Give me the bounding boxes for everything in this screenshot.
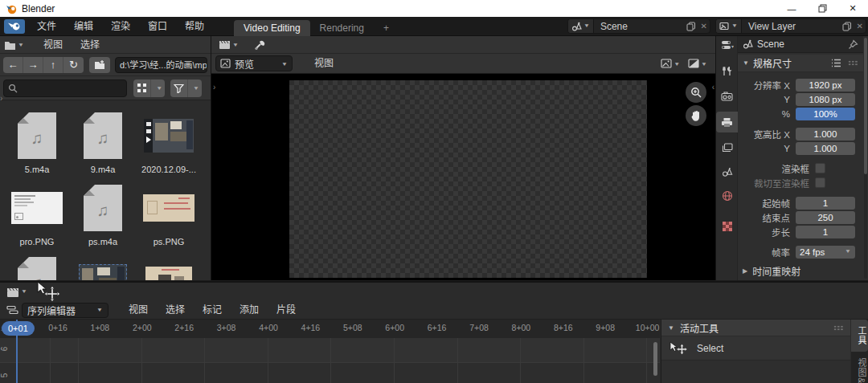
file-item[interactable] bbox=[136, 255, 202, 280]
pin-icon[interactable] bbox=[848, 39, 858, 50]
menu-文件[interactable]: 文件 bbox=[28, 17, 65, 36]
timeline[interactable]: 0+01 0+161+082+002+163+084+004+165+086+0… bbox=[0, 320, 660, 383]
tab-world[interactable] bbox=[716, 185, 738, 206]
format-panel-header[interactable]: ▼ 规格尺寸 bbox=[738, 55, 863, 72]
display-channels-button[interactable]: ▼ bbox=[657, 59, 684, 68]
pan-button[interactable] bbox=[686, 105, 706, 126]
path-field[interactable]: d:\学习\经...的动画\mp4\ bbox=[115, 57, 207, 73]
file-item-pro.PNG[interactable]: pro.PNG bbox=[4, 182, 70, 255]
file-item-9.m4a[interactable]: ♫9.m4a bbox=[70, 110, 136, 182]
menu-片段[interactable]: 片段 bbox=[268, 300, 305, 320]
properties-scrollbar[interactable] bbox=[864, 38, 867, 279]
scene-browse-segment[interactable]: ▼ bbox=[568, 19, 594, 33]
prop-value-field[interactable]: 1.000 bbox=[796, 128, 855, 141]
prop-value-field[interactable]: 1920 px bbox=[796, 79, 855, 92]
preview-display-mode[interactable]: 预览 ▼ bbox=[215, 55, 293, 71]
panel-drag-handle[interactable] bbox=[848, 60, 858, 66]
editor-type-button[interactable]: ▾ bbox=[716, 36, 738, 54]
new-folder-button[interactable] bbox=[89, 57, 110, 73]
scene-name[interactable]: Scene bbox=[594, 21, 684, 32]
channel-row-5[interactable] bbox=[0, 362, 660, 383]
prop-value-field[interactable]: 1 bbox=[796, 197, 855, 210]
collapsed-panel-时间重映射[interactable]: ▶时间重映射 bbox=[738, 263, 863, 278]
thumbnail-view-button[interactable] bbox=[133, 79, 151, 97]
menu-帮助[interactable]: 帮助 bbox=[176, 17, 213, 36]
presets-icon[interactable] bbox=[831, 59, 841, 67]
view-layer-browse-segment[interactable]: ▼ bbox=[716, 19, 742, 33]
new-scene-icon[interactable] bbox=[684, 22, 698, 31]
prop-dropdown[interactable]: 24 fps▼ bbox=[796, 246, 855, 259]
preview-viewport[interactable]: › ‹ bbox=[211, 75, 715, 280]
editor-type-button[interactable]: ▼ bbox=[6, 287, 31, 298]
prop-value-field[interactable]: 1080 px bbox=[796, 93, 855, 106]
tab-output[interactable] bbox=[716, 112, 738, 132]
active-tool-row[interactable]: Select bbox=[661, 336, 850, 361]
file-item[interactable]: ♫ bbox=[4, 255, 70, 280]
active-tool-header[interactable]: ▼ 活动工具 bbox=[661, 320, 850, 336]
file-item[interactable] bbox=[70, 255, 136, 280]
unlink-scene-icon[interactable]: ✕ bbox=[698, 22, 710, 31]
prop-checkbox[interactable] bbox=[815, 177, 825, 188]
workspace-tab-Rendering[interactable]: Rendering bbox=[310, 20, 374, 36]
panel-drag-handle[interactable] bbox=[833, 325, 844, 331]
tab-scene[interactable] bbox=[716, 161, 738, 182]
overlays-button[interactable]: ▼ bbox=[684, 59, 711, 68]
maximize-button[interactable] bbox=[807, 0, 837, 17]
menu-标记[interactable]: 标记 bbox=[194, 300, 231, 320]
remove-view-layer-icon[interactable]: ✕ bbox=[854, 22, 866, 31]
editor-type-button[interactable]: ▼ bbox=[0, 40, 28, 50]
search-input[interactable] bbox=[3, 79, 127, 97]
region-expand-arrow[interactable]: › bbox=[213, 83, 215, 92]
tab-render[interactable] bbox=[716, 86, 738, 107]
file-item-ps.m4a[interactable]: ♫ps.m4a bbox=[70, 182, 136, 255]
region-collapse-arrow[interactable]: ‹ bbox=[712, 83, 714, 92]
workspace-tab-Video Editing[interactable]: Video Editing bbox=[234, 20, 310, 36]
filter-dropdown[interactable]: ▼ bbox=[188, 79, 202, 97]
region-expand-arrow[interactable]: › bbox=[0, 94, 2, 103]
timeline-scrollbar[interactable] bbox=[653, 342, 657, 376]
sidebar-tab-视图&缓存[interactable]: 视图&缓存 bbox=[851, 352, 868, 383]
sequencer-view-type-dropdown[interactable]: 序列编辑器 ▼ bbox=[22, 303, 108, 318]
menu-渲染[interactable]: 渲染 bbox=[102, 17, 139, 36]
menu-选择[interactable]: 选择 bbox=[157, 300, 194, 320]
forward-button[interactable]: → bbox=[23, 57, 43, 73]
menu-视图[interactable]: 视图 bbox=[120, 300, 157, 320]
zoom-button[interactable] bbox=[686, 82, 706, 103]
new-view-layer-icon[interactable] bbox=[840, 22, 854, 31]
file-item-5.m4a[interactable]: ♫5.m4a bbox=[4, 110, 70, 182]
timeline-ruler[interactable]: 0+01 0+161+082+002+163+084+004+165+086+0… bbox=[0, 320, 660, 338]
editor-type-button[interactable]: ▼ bbox=[215, 39, 243, 50]
tab-texture[interactable] bbox=[716, 216, 738, 237]
back-button[interactable]: ← bbox=[3, 57, 23, 73]
file-item-ps.PNG[interactable]: ps.PNG bbox=[136, 182, 202, 255]
view-layer-selector[interactable]: ▼ View Layer ✕ bbox=[715, 18, 866, 34]
file-item-2020.12.09-...[interactable]: 2020.12.09-... bbox=[136, 110, 202, 182]
menu-视图[interactable]: 视图 bbox=[35, 35, 72, 55]
menu-窗口[interactable]: 窗口 bbox=[139, 17, 176, 36]
timeline-tracks[interactable]: 65 bbox=[0, 338, 660, 383]
current-frame-indicator[interactable]: 0+01 bbox=[2, 321, 35, 336]
sidebar-tab-工具[interactable]: 工具 bbox=[851, 320, 868, 352]
parent-dir-button[interactable]: ↑ bbox=[43, 57, 63, 73]
minimize-button[interactable]: — bbox=[776, 0, 807, 17]
close-button[interactable]: ✕ bbox=[837, 0, 868, 17]
tab-tool[interactable] bbox=[716, 60, 738, 81]
prop-value-field[interactable]: 1 bbox=[796, 226, 855, 238]
menu-编辑[interactable]: 编辑 bbox=[65, 17, 102, 36]
tab-view-layer[interactable] bbox=[716, 137, 738, 158]
menu-选择[interactable]: 选择 bbox=[72, 35, 108, 55]
prop-value-field[interactable]: 1.000 bbox=[796, 142, 855, 155]
channel-row-6[interactable] bbox=[0, 338, 660, 362]
refresh-button[interactable]: ↻ bbox=[63, 57, 84, 73]
prop-value-field[interactable]: 250 bbox=[796, 211, 855, 224]
filter-icon[interactable] bbox=[170, 79, 188, 97]
prop-slider[interactable]: 100% bbox=[796, 108, 855, 120]
prop-checkbox[interactable] bbox=[815, 163, 825, 173]
eyedropper-icon[interactable] bbox=[254, 39, 267, 51]
view-layer-name[interactable]: View Layer bbox=[742, 21, 840, 32]
scene-selector[interactable]: ▼ Scene ✕ bbox=[567, 18, 710, 34]
menu-视图[interactable]: 视图 bbox=[305, 54, 342, 73]
blender-menu-button[interactable] bbox=[4, 19, 25, 34]
menu-添加[interactable]: 添加 bbox=[231, 300, 268, 320]
display-mode-dropdown[interactable]: ▼ bbox=[151, 79, 165, 97]
